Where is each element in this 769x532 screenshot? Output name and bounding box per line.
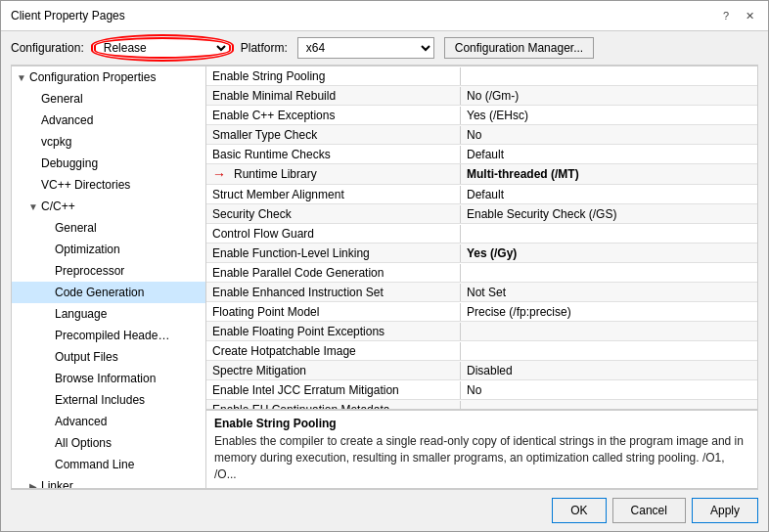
- tree-panel: ▼Configuration PropertiesGeneralAdvanced…: [11, 66, 206, 489]
- tree-item-preprocessor[interactable]: Preprocessor: [12, 260, 205, 282]
- tree-item-general[interactable]: General: [12, 88, 205, 110]
- client-property-pages-dialog: Client Property Pages ? ✕ Configuration:…: [0, 0, 769, 532]
- table-row[interactable]: Enable Parallel Code Generation: [206, 263, 757, 283]
- tree-label-precompiled: Precompiled Heade…: [55, 327, 169, 344]
- tree-item-cpp-advanced[interactable]: Advanced: [12, 411, 205, 432]
- prop-name-text: Enable Floating Point Exceptions: [212, 325, 384, 338]
- prop-name-text: Struct Member Alignment: [212, 188, 344, 201]
- tree-item-command-line[interactable]: Command Line: [12, 454, 205, 475]
- tree-label-browse-info: Browse Information: [55, 370, 156, 387]
- table-row[interactable]: Enable C++ ExceptionsYes (/EHsc): [206, 106, 757, 125]
- prop-value: No (/Gm-): [461, 87, 757, 105]
- prop-name: Enable C++ Exceptions: [206, 107, 461, 124]
- tree-item-code-generation[interactable]: Code Generation: [12, 282, 205, 303]
- prop-value: Yes (/Gy): [461, 244, 757, 262]
- tree-label-cpp: C/C++: [41, 198, 75, 215]
- tree-item-config-properties[interactable]: ▼Configuration Properties: [12, 66, 205, 88]
- table-row[interactable]: →Runtime LibraryMulti-threaded (/MT): [206, 164, 757, 185]
- prop-name-text: Floating Point Model: [212, 305, 319, 319]
- table-row[interactable]: Basic Runtime ChecksDefault: [206, 145, 757, 164]
- table-row[interactable]: Enable Enhanced Instruction SetNot Set: [206, 283, 757, 302]
- title-bar: Client Property Pages ? ✕: [1, 1, 768, 31]
- prop-name: Enable Intel JCC Erratum Mitigation: [206, 381, 461, 399]
- expand-icon-config-properties: ▼: [16, 70, 27, 85]
- title-bar-controls: ? ✕: [717, 7, 758, 24]
- tree-label-optimization: Optimization: [55, 241, 120, 258]
- prop-value: [461, 271, 757, 275]
- prop-name: Smaller Type Check: [206, 126, 461, 144]
- tree-item-cpp[interactable]: ▼C/C++: [12, 196, 205, 217]
- prop-value: Not Set: [461, 284, 757, 301]
- table-row[interactable]: Spectre MitigationDisabled: [206, 361, 757, 380]
- tree-label-language: Language: [55, 305, 107, 323]
- tree-item-all-options[interactable]: All Options: [12, 432, 205, 454]
- tree-label-cpp-advanced: Advanced: [55, 413, 107, 430]
- tree-item-output-files[interactable]: Output Files: [12, 346, 205, 368]
- tree-label-linker: Linker: [41, 477, 73, 489]
- help-button[interactable]: ?: [717, 7, 735, 24]
- table-row[interactable]: Enable EH Continuation Metadata: [206, 400, 757, 410]
- table-row[interactable]: Enable Intel JCC Erratum MitigationNo: [206, 380, 757, 400]
- ok-button[interactable]: OK: [552, 498, 606, 523]
- prop-value: Yes (/EHsc): [461, 107, 757, 124]
- table-row[interactable]: Struct Member AlignmentDefault: [206, 185, 757, 204]
- tree-item-language[interactable]: Language: [12, 303, 205, 325]
- prop-name-text: Create Hotpatchable Image: [212, 344, 356, 358]
- prop-name: Enable Function-Level Linking: [206, 244, 461, 262]
- tree-label-general: General: [41, 90, 83, 108]
- tree-item-linker[interactable]: ▶Linker: [12, 475, 205, 489]
- prop-name-text: Enable Enhanced Instruction Set: [212, 286, 384, 299]
- prop-value: [461, 74, 757, 78]
- tree-item-advanced[interactable]: Advanced: [12, 110, 205, 131]
- prop-value: Precise (/fp:precise): [461, 303, 757, 321]
- cancel-button[interactable]: Cancel: [612, 498, 686, 523]
- table-row[interactable]: Smaller Type CheckNo: [206, 125, 757, 145]
- platform-label: Platform:: [241, 41, 288, 55]
- prop-name: Security Check: [206, 205, 461, 223]
- tree-item-vcpp-dirs[interactable]: VC++ Directories: [12, 174, 205, 196]
- table-row[interactable]: Enable Floating Point Exceptions: [206, 322, 757, 341]
- description-panel: Enable String Pooling Enables the compil…: [206, 410, 757, 488]
- configuration-select[interactable]: Release: [94, 37, 231, 59]
- table-row[interactable]: Create Hotpatchable Image: [206, 341, 757, 361]
- table-row[interactable]: Security CheckEnable Security Check (/GS…: [206, 204, 757, 224]
- platform-select[interactable]: x64: [297, 37, 434, 59]
- tree-label-external-includes: External Includes: [55, 391, 145, 409]
- close-button[interactable]: ✕: [741, 7, 758, 24]
- expand-icon-linker: ▶: [27, 479, 39, 490]
- tree-item-debugging[interactable]: Debugging: [12, 153, 205, 174]
- prop-name: Basic Runtime Checks: [206, 146, 461, 163]
- prop-name: Control Flow Guard: [206, 225, 461, 243]
- tree-item-optimization[interactable]: Optimization: [12, 239, 205, 260]
- table-row[interactable]: Floating Point ModelPrecise (/fp:precise…: [206, 302, 757, 322]
- tree-item-external-includes[interactable]: External Includes: [12, 389, 205, 411]
- apply-button[interactable]: Apply: [692, 498, 758, 523]
- footer: OK Cancel Apply: [1, 490, 768, 531]
- configuration-manager-button[interactable]: Configuration Manager...: [444, 37, 594, 59]
- tree-label-preprocessor: Preprocessor: [55, 262, 124, 280]
- config-label: Configuration:: [11, 41, 84, 55]
- table-row[interactable]: Enable Minimal RebuildNo (/Gm-): [206, 86, 757, 106]
- config-row: Configuration: Release Platform: x64 Con…: [1, 31, 768, 65]
- table-row[interactable]: Enable Function-Level LinkingYes (/Gy): [206, 244, 757, 263]
- prop-name-text: Spectre Mitigation: [212, 364, 306, 377]
- prop-name: Create Hotpatchable Image: [206, 342, 461, 360]
- prop-name-text: Enable Function-Level Linking: [212, 246, 370, 260]
- prop-value: Disabled: [461, 362, 757, 379]
- prop-value: Default: [461, 146, 757, 163]
- table-row[interactable]: Enable String Pooling: [206, 66, 757, 86]
- prop-name-text: Enable String Pooling: [212, 69, 325, 83]
- prop-name-text: Enable Minimal Rebuild: [212, 89, 336, 103]
- tree-item-vcpkg[interactable]: vcpkg: [12, 131, 205, 153]
- tree-label-vcpkg: vcpkg: [41, 133, 71, 151]
- tree-label-all-options: All Options: [55, 434, 112, 452]
- prop-value: Enable Security Check (/GS): [461, 205, 757, 223]
- tree-item-browse-info[interactable]: Browse Information: [12, 368, 205, 389]
- main-content: ▼Configuration PropertiesGeneralAdvanced…: [11, 65, 758, 490]
- tree-label-command-line: Command Line: [55, 456, 134, 473]
- prop-value: [461, 232, 757, 236]
- tree-item-precompiled[interactable]: Precompiled Heade…: [12, 325, 205, 346]
- tree-item-cpp-general[interactable]: General: [12, 217, 205, 239]
- table-row[interactable]: Control Flow Guard: [206, 224, 757, 244]
- expand-icon-cpp: ▼: [27, 200, 39, 214]
